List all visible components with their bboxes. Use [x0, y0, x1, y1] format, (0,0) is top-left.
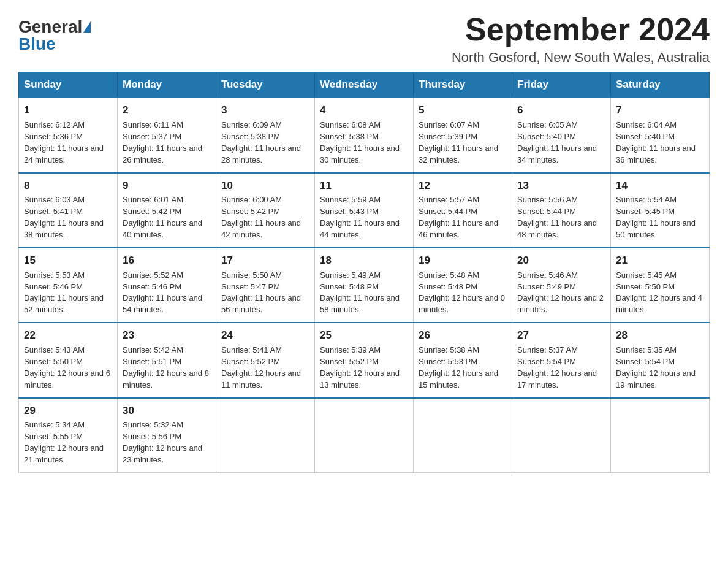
day-info: Sunrise: 5:39 AMSunset: 5:52 PMDaylight:… — [320, 345, 400, 389]
calendar-cell — [611, 398, 710, 473]
day-info: Sunrise: 5:50 AMSunset: 5:47 PMDaylight:… — [221, 270, 301, 315]
calendar-cell: 10 Sunrise: 6:00 AMSunset: 5:42 PMDaylig… — [216, 173, 315, 248]
calendar-cell: 30 Sunrise: 5:32 AMSunset: 5:56 PMDaylig… — [118, 398, 216, 473]
calendar-cell: 27 Sunrise: 5:37 AMSunset: 5:54 PMDaylig… — [512, 323, 611, 397]
week-row-5: 29 Sunrise: 5:34 AMSunset: 5:55 PMDaylig… — [19, 398, 710, 473]
location-title: North Gosford, New South Wales, Australi… — [452, 50, 710, 66]
day-info: Sunrise: 5:45 AMSunset: 5:50 PMDaylight:… — [616, 270, 702, 315]
day-info: Sunrise: 5:38 AMSunset: 5:53 PMDaylight:… — [419, 345, 498, 389]
week-row-1: 1 Sunrise: 6:12 AMSunset: 5:36 PMDayligh… — [19, 98, 710, 172]
day-number: 3 — [221, 103, 309, 118]
day-number: 29 — [24, 404, 112, 418]
day-number: 23 — [123, 328, 211, 343]
calendar-cell: 24 Sunrise: 5:41 AMSunset: 5:52 PMDaylig… — [216, 323, 315, 397]
day-number: 14 — [616, 178, 704, 193]
day-number: 6 — [517, 103, 605, 118]
day-info: Sunrise: 6:08 AMSunset: 5:38 PMDaylight:… — [320, 120, 400, 164]
day-info: Sunrise: 6:01 AMSunset: 5:42 PMDaylight:… — [123, 195, 202, 239]
calendar-cell: 8 Sunrise: 6:03 AMSunset: 5:41 PMDayligh… — [19, 173, 118, 248]
day-info: Sunrise: 5:41 AMSunset: 5:52 PMDaylight:… — [221, 345, 301, 389]
day-number: 28 — [616, 328, 704, 343]
day-number: 8 — [24, 178, 112, 193]
day-number: 10 — [221, 178, 309, 193]
day-info: Sunrise: 5:53 AMSunset: 5:46 PMDaylight:… — [24, 270, 104, 315]
calendar-cell — [414, 398, 512, 473]
day-number: 7 — [616, 103, 704, 118]
week-row-2: 8 Sunrise: 6:03 AMSunset: 5:41 PMDayligh… — [19, 173, 710, 248]
day-number: 9 — [123, 178, 211, 193]
calendar-cell: 9 Sunrise: 6:01 AMSunset: 5:42 PMDayligh… — [118, 173, 216, 248]
day-info: Sunrise: 5:49 AMSunset: 5:48 PMDaylight:… — [320, 270, 400, 315]
calendar-cell: 19 Sunrise: 5:48 AMSunset: 5:48 PMDaylig… — [414, 248, 512, 323]
logo-triangle-icon — [83, 21, 91, 33]
day-number: 17 — [221, 253, 309, 268]
page-header: General Blue September 2024 North Gosfor… — [18, 12, 710, 66]
calendar-cell: 6 Sunrise: 6:05 AMSunset: 5:40 PMDayligh… — [512, 98, 611, 172]
day-info: Sunrise: 6:00 AMSunset: 5:42 PMDaylight:… — [221, 195, 301, 239]
logo-general: General — [18, 18, 82, 36]
day-number: 2 — [123, 103, 211, 118]
weekday-header-tuesday: Tuesday — [216, 72, 315, 98]
day-number: 26 — [419, 328, 507, 343]
weekday-header-monday: Monday — [118, 72, 216, 98]
day-number: 21 — [616, 253, 704, 268]
day-number: 27 — [517, 328, 605, 343]
weekday-header-row: SundayMondayTuesdayWednesdayThursdayFrid… — [19, 72, 710, 98]
day-info: Sunrise: 5:32 AMSunset: 5:56 PMDaylight:… — [123, 420, 202, 464]
calendar-cell — [512, 398, 611, 473]
day-number: 20 — [517, 253, 605, 268]
day-info: Sunrise: 5:37 AMSunset: 5:54 PMDaylight:… — [517, 345, 597, 389]
day-number: 15 — [24, 253, 112, 268]
weekday-header-sunday: Sunday — [19, 72, 118, 98]
calendar-cell: 13 Sunrise: 5:56 AMSunset: 5:44 PMDaylig… — [512, 173, 611, 248]
calendar-cell: 26 Sunrise: 5:38 AMSunset: 5:53 PMDaylig… — [414, 323, 512, 397]
calendar-cell — [216, 398, 315, 473]
weekday-header-saturday: Saturday — [611, 72, 710, 98]
calendar-cell: 1 Sunrise: 6:12 AMSunset: 5:36 PMDayligh… — [19, 98, 118, 172]
day-number: 5 — [419, 103, 507, 118]
day-info: Sunrise: 5:34 AMSunset: 5:55 PMDaylight:… — [24, 420, 104, 464]
day-info: Sunrise: 6:11 AMSunset: 5:37 PMDaylight:… — [123, 120, 202, 164]
day-info: Sunrise: 5:43 AMSunset: 5:50 PMDaylight:… — [24, 345, 110, 389]
calendar-cell: 17 Sunrise: 5:50 AMSunset: 5:47 PMDaylig… — [216, 248, 315, 323]
day-info: Sunrise: 6:05 AMSunset: 5:40 PMDaylight:… — [517, 120, 597, 164]
calendar-cell: 4 Sunrise: 6:08 AMSunset: 5:38 PMDayligh… — [315, 98, 414, 172]
day-info: Sunrise: 5:42 AMSunset: 5:51 PMDaylight:… — [123, 345, 209, 389]
calendar-cell: 11 Sunrise: 5:59 AMSunset: 5:43 PMDaylig… — [315, 173, 414, 248]
day-info: Sunrise: 5:35 AMSunset: 5:54 PMDaylight:… — [616, 345, 696, 389]
logo-blue: Blue — [18, 36, 56, 53]
day-info: Sunrise: 5:56 AMSunset: 5:44 PMDaylight:… — [517, 195, 597, 239]
day-info: Sunrise: 5:57 AMSunset: 5:44 PMDaylight:… — [419, 195, 498, 239]
calendar-cell: 23 Sunrise: 5:42 AMSunset: 5:51 PMDaylig… — [118, 323, 216, 397]
calendar-cell: 29 Sunrise: 5:34 AMSunset: 5:55 PMDaylig… — [19, 398, 118, 473]
calendar-cell: 22 Sunrise: 5:43 AMSunset: 5:50 PMDaylig… — [19, 323, 118, 397]
month-title: September 2024 — [452, 12, 710, 47]
day-info: Sunrise: 6:09 AMSunset: 5:38 PMDaylight:… — [221, 120, 301, 164]
calendar-cell: 18 Sunrise: 5:49 AMSunset: 5:48 PMDaylig… — [315, 248, 414, 323]
calendar-cell: 16 Sunrise: 5:52 AMSunset: 5:46 PMDaylig… — [118, 248, 216, 323]
day-number: 4 — [320, 103, 408, 118]
calendar-cell — [315, 398, 414, 473]
calendar-cell: 21 Sunrise: 5:45 AMSunset: 5:50 PMDaylig… — [611, 248, 710, 323]
day-info: Sunrise: 6:04 AMSunset: 5:40 PMDaylight:… — [616, 120, 696, 164]
calendar-cell: 14 Sunrise: 5:54 AMSunset: 5:45 PMDaylig… — [611, 173, 710, 248]
calendar-table: SundayMondayTuesdayWednesdayThursdayFrid… — [18, 72, 710, 473]
day-number: 12 — [419, 178, 507, 193]
day-number: 16 — [123, 253, 211, 268]
calendar-cell: 5 Sunrise: 6:07 AMSunset: 5:39 PMDayligh… — [414, 98, 512, 172]
calendar-cell: 25 Sunrise: 5:39 AMSunset: 5:52 PMDaylig… — [315, 323, 414, 397]
day-info: Sunrise: 6:07 AMSunset: 5:39 PMDaylight:… — [419, 120, 498, 164]
day-number: 19 — [419, 253, 507, 268]
day-number: 30 — [123, 404, 211, 418]
calendar-cell: 12 Sunrise: 5:57 AMSunset: 5:44 PMDaylig… — [414, 173, 512, 248]
day-number: 25 — [320, 328, 408, 343]
day-info: Sunrise: 6:03 AMSunset: 5:41 PMDaylight:… — [24, 195, 104, 239]
day-info: Sunrise: 5:48 AMSunset: 5:48 PMDaylight:… — [419, 270, 505, 315]
weekday-header-friday: Friday — [512, 72, 611, 98]
day-number: 24 — [221, 328, 309, 343]
calendar-cell: 15 Sunrise: 5:53 AMSunset: 5:46 PMDaylig… — [19, 248, 118, 323]
day-number: 22 — [24, 328, 112, 343]
day-number: 18 — [320, 253, 408, 268]
day-info: Sunrise: 5:54 AMSunset: 5:45 PMDaylight:… — [616, 195, 696, 239]
day-number: 13 — [517, 178, 605, 193]
